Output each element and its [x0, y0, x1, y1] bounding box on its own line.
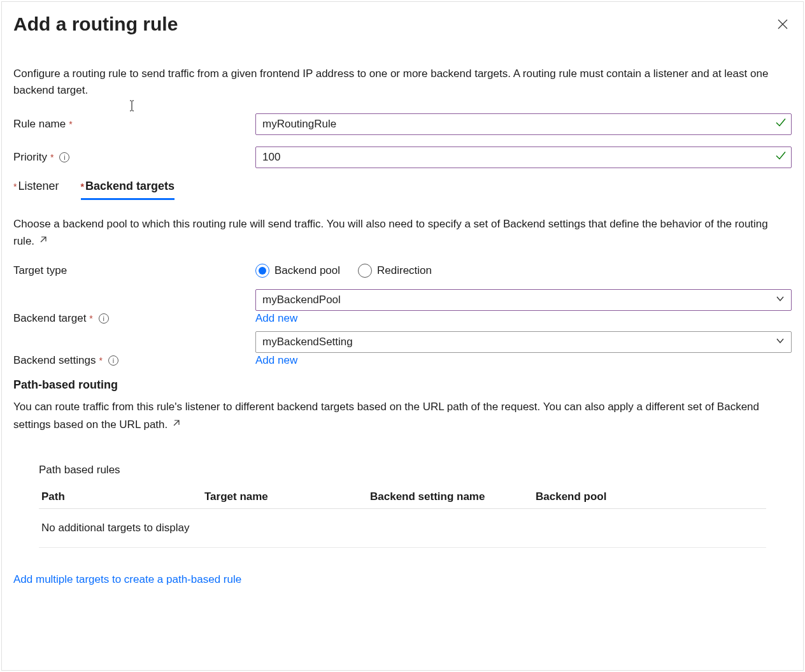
radio-icon — [255, 264, 269, 278]
target-type-row: Target type Backend pool Redirection — [13, 264, 792, 278]
radio-backend-pool[interactable]: Backend pool — [255, 264, 340, 278]
priority-label: Priority — [13, 151, 47, 164]
backend-settings-label: Backend settings — [13, 354, 96, 367]
table-header: Path Target name Backend setting name Ba… — [39, 485, 766, 509]
table-row: No additional targets to display — [39, 509, 766, 548]
radio-backend-pool-label: Backend pool — [274, 264, 340, 277]
path-routing-description-text: You can route traffic from this rule's l… — [13, 401, 759, 430]
backend-target-select-row: myBackendPool — [13, 289, 792, 311]
tab-listener-label: Listener — [18, 180, 59, 193]
required-star: * — [13, 182, 17, 192]
chevron-down-icon — [776, 294, 785, 306]
backend-settings-row: Backend settings * i Add new — [13, 354, 792, 367]
radio-icon — [358, 264, 372, 278]
rule-name-input[interactable] — [255, 113, 792, 135]
required-star: * — [89, 313, 92, 324]
backend-target-value: myBackendPool — [262, 294, 341, 306]
priority-input[interactable] — [255, 147, 792, 168]
empty-row: No additional targets to display — [39, 522, 204, 534]
tabs: * Listener * Backend targets — [13, 180, 792, 200]
backend-settings-select-row: myBackendSetting — [13, 331, 792, 353]
page-title: Add a routing rule — [13, 13, 178, 35]
add-multiple-targets-link[interactable]: Add multiple targets to create a path-ba… — [13, 573, 792, 586]
tab-backend-targets-label: Backend targets — [85, 180, 175, 193]
rule-name-row: Rule name * — [13, 113, 792, 135]
priority-row: Priority * i — [13, 147, 792, 168]
section-description: Choose a backend pool to which this rout… — [13, 215, 792, 250]
target-type-label: Target type — [13, 264, 67, 277]
required-star: * — [69, 119, 72, 129]
close-icon — [778, 19, 788, 29]
routing-rule-panel: Add a routing rule Configure a routing r… — [1, 1, 804, 671]
backend-target-row: Backend target * i Add new — [13, 312, 792, 325]
backend-settings-select[interactable]: myBackendSetting — [255, 331, 792, 353]
radio-redirection[interactable]: Redirection — [358, 264, 432, 278]
col-path: Path — [39, 490, 204, 503]
text-cursor-icon — [128, 100, 136, 111]
col-backend-pool: Backend pool — [536, 490, 701, 503]
path-routing-description: You can route traffic from this rule's l… — [13, 398, 792, 433]
path-routing-heading: Path-based routing — [13, 378, 792, 392]
tab-backend-targets[interactable]: * Backend targets — [81, 180, 175, 200]
external-link-icon[interactable] — [172, 418, 180, 432]
close-button[interactable] — [774, 15, 792, 33]
external-link-icon[interactable] — [39, 235, 47, 248]
chevron-down-icon — [776, 336, 785, 348]
radio-redirection-label: Redirection — [377, 264, 432, 277]
path-rules-table: Path based rules Path Target name Backen… — [13, 464, 792, 548]
col-backend-setting: Backend setting name — [370, 490, 536, 503]
rule-name-label: Rule name — [13, 118, 66, 131]
section-description-text: Choose a backend pool to which this rout… — [13, 218, 768, 247]
backend-settings-add-new[interactable]: Add new — [255, 354, 297, 367]
info-icon[interactable]: i — [59, 152, 69, 162]
info-icon[interactable]: i — [108, 355, 118, 366]
backend-target-add-new[interactable]: Add new — [255, 312, 297, 325]
backend-target-label: Backend target — [13, 312, 86, 325]
col-target-name: Target name — [204, 490, 370, 503]
path-rules-title: Path based rules — [39, 464, 766, 476]
info-icon[interactable]: i — [99, 313, 109, 324]
backend-target-select[interactable]: myBackendPool — [255, 289, 792, 311]
required-star: * — [99, 355, 102, 366]
required-star: * — [50, 152, 53, 162]
tab-listener[interactable]: * Listener — [13, 180, 59, 200]
backend-settings-value: myBackendSetting — [262, 336, 353, 348]
required-star: * — [81, 182, 84, 192]
page-description: Configure a routing rule to send traffic… — [13, 66, 792, 98]
